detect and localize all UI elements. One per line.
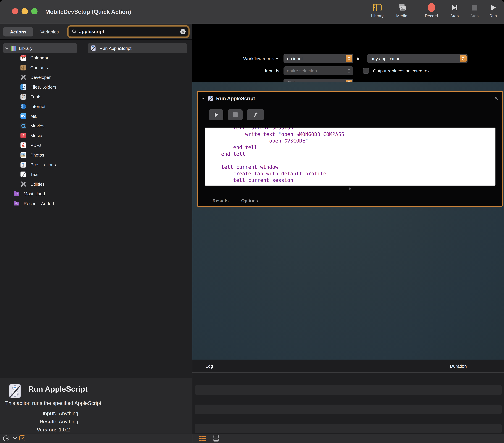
bottom-bar-left <box>0 434 192 443</box>
collapse-chevron-icon[interactable] <box>201 97 205 100</box>
sidebar-item-recently-added[interactable]: Recen…Added <box>0 199 83 208</box>
zoom-window-button[interactable] <box>31 8 37 15</box>
sidebar-item-internet[interactable]: Internet <box>0 102 83 111</box>
step-toolbar-button[interactable]: Step <box>445 2 464 18</box>
sidebar-item-contacts[interactable]: Contacts <box>0 63 83 72</box>
run-applescript-action-block[interactable]: Run AppleScript tell current session wri… <box>197 91 503 207</box>
search-field[interactable] <box>69 27 188 36</box>
stop-icon <box>465 2 484 13</box>
smart-folder-icon <box>14 200 20 207</box>
main-split-divider[interactable] <box>192 24 192 443</box>
sidebar-item-presentations[interactable]: Pres…ations <box>0 160 83 170</box>
finder-icon <box>20 84 26 90</box>
close-window-button[interactable] <box>12 8 18 15</box>
log-row <box>195 424 502 433</box>
sidebar-item-developer[interactable]: Developer <box>0 72 83 82</box>
music-note-icon: ♪ <box>20 133 26 139</box>
sidebar-item-utilities[interactable]: Utilities <box>0 179 83 189</box>
photos-icon <box>20 152 26 158</box>
sidebar-item-text[interactable]: Text <box>0 170 83 179</box>
log-header: Log Duration <box>192 359 504 373</box>
duration-divider-line <box>448 373 448 434</box>
library-sidebar: Library JUL 17 Calendar Contacts <box>0 40 83 378</box>
sidebar-item-pdfs[interactable]: PDF PDFs <box>0 141 83 150</box>
chevron-down-icon[interactable] <box>13 437 17 440</box>
application-popup[interactable]: any application <box>367 54 468 63</box>
applescript-code[interactable]: tell current session write text "open $M… <box>205 127 495 183</box>
window-title: MobileDevSetup (Quick Action) <box>45 0 131 24</box>
run-toolbar-button[interactable]: Run <box>483 2 503 18</box>
header-separator <box>0 39 192 40</box>
library-header-row: Actions Variables <box>0 24 192 39</box>
action-item-label: Run AppleScript <box>99 46 131 51</box>
sidebar-item-calendar[interactable]: JUL 17 Calendar <box>0 53 83 63</box>
stepper-icon <box>346 55 352 62</box>
duration-column-label: Duration <box>450 359 467 373</box>
media-icon <box>392 2 412 13</box>
calendar-icon: JUL 17 <box>20 55 26 61</box>
sidebar-item-files-folders[interactable]: Files…olders <box>0 82 83 92</box>
title-bar: MobileDevSetup (Quick Action) Library Me… <box>0 0 504 24</box>
close-action-icon[interactable] <box>494 96 498 101</box>
sidebar-item-music[interactable]: ♪ Music <box>0 131 83 141</box>
output-replaces-label: Output replaces selected text <box>373 66 431 75</box>
sidebar-item-movies[interactable]: Movies <box>0 121 83 131</box>
stop-toolbar-button[interactable]: Stop <box>465 2 484 18</box>
script-stop-button[interactable] <box>228 109 243 120</box>
stop-toolbar-label: Stop <box>465 14 484 18</box>
sidebar-category-list: JUL 17 Calendar Contacts Developer <box>0 53 83 208</box>
variables-ellipsis-icon[interactable] <box>3 435 9 442</box>
minimize-window-button[interactable] <box>21 8 28 15</box>
column-divider[interactable] <box>448 362 448 371</box>
input-is-label: Input is <box>195 66 279 75</box>
log-row <box>195 385 502 395</box>
media-toolbar-button[interactable]: Media <box>392 2 412 18</box>
sidebar-column-divider[interactable] <box>83 39 83 378</box>
hammer-icon <box>252 112 258 118</box>
record-toolbar-button[interactable]: Record <box>422 2 441 18</box>
editor-resize-handle[interactable] <box>349 187 351 190</box>
log-list-view-icon[interactable] <box>199 435 207 442</box>
sidebar-item-photos[interactable]: Photos <box>0 150 83 160</box>
clear-search-icon[interactable] <box>180 29 186 35</box>
text-note-icon <box>20 171 26 177</box>
contacts-icon <box>20 65 26 71</box>
stepper-icon <box>460 55 467 62</box>
action-description-panel: Run AppleScript This action runs the spe… <box>0 378 192 434</box>
options-link[interactable]: Options <box>241 198 258 205</box>
disclosure-chevron-icon[interactable] <box>5 47 9 50</box>
library-books-icon <box>11 45 17 51</box>
results-link[interactable]: Results <box>213 198 229 205</box>
sidebar-item-mail[interactable]: Mail <box>0 111 83 121</box>
library-toolbar-button[interactable]: Library <box>367 2 387 18</box>
workflow-settings-panel: Workflow receives no input in any applic… <box>192 24 504 82</box>
keynote-icon <box>20 162 26 168</box>
sidebar-library-label: Library <box>19 46 32 51</box>
step-toolbar-label: Step <box>445 14 464 18</box>
script-run-button[interactable] <box>209 109 223 120</box>
play-icon <box>214 112 219 118</box>
globe-icon <box>20 103 26 109</box>
workflow-check-toggle[interactable] <box>19 435 25 441</box>
workflow-receives-popup[interactable]: no input <box>284 54 353 63</box>
search-input[interactable] <box>79 29 180 35</box>
quicktime-icon <box>20 123 26 129</box>
svg-text:PDF: PDF <box>22 146 25 148</box>
run-icon <box>483 2 503 13</box>
sidebar-item-most-used[interactable]: Most Used <box>0 189 83 199</box>
sidebar-item-fonts[interactable]: AAAa Fonts <box>0 92 83 102</box>
tab-actions[interactable]: Actions <box>3 27 33 36</box>
run-applescript-action-icon <box>8 383 22 399</box>
smart-folder-icon <box>14 191 20 197</box>
step-icon <box>445 2 464 13</box>
mail-icon <box>20 113 26 119</box>
output-replaces-checkbox[interactable] <box>363 68 369 74</box>
script-compile-button[interactable] <box>247 109 264 120</box>
log-row <box>195 405 502 414</box>
tab-variables[interactable]: Variables <box>35 27 64 36</box>
input-row: Input: Anything <box>0 411 131 419</box>
applescript-code-editor[interactable]: tell current session write text "open $M… <box>205 127 495 186</box>
log-flow-view-icon[interactable] <box>213 435 219 442</box>
action-item-run-applescript[interactable]: Run AppleScript <box>88 43 187 53</box>
sidebar-item-library[interactable]: Library <box>3 43 77 53</box>
